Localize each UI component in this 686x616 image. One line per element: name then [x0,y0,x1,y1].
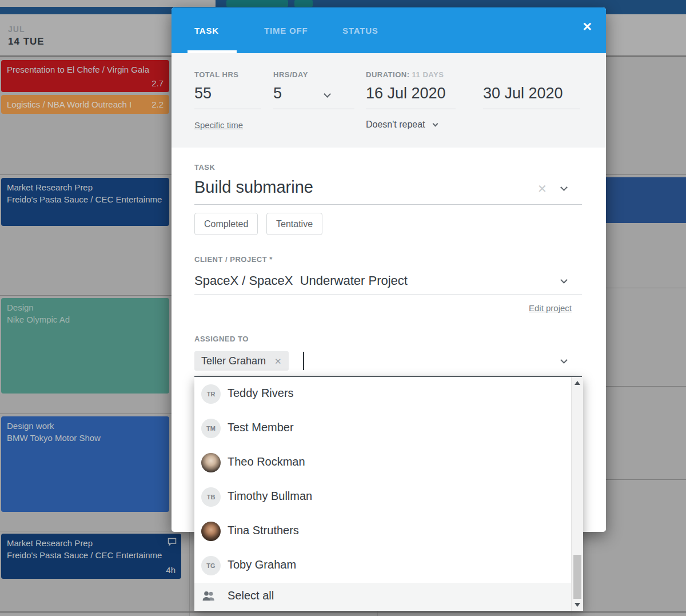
task-block-presentation[interactable]: Presentation to El Chefe / Virgin Gala 2… [1,60,169,92]
chevron-down-icon[interactable] [324,90,331,98]
task-block-title: Logistics / NBA World Outreach I [7,98,163,110]
task-block-hours: 4h [166,564,176,576]
top-task-bar-teal-2[interactable] [294,0,313,7]
chevron-down-icon[interactable] [560,356,568,364]
task-name-input[interactable]: Build submarine [194,178,313,197]
task-block-market-research[interactable]: Market Research Prep Freido's Pasta Sauc… [1,178,169,226]
client-underline [194,295,582,295]
member-option[interactable]: TG Toby Graham [194,549,583,583]
text-caret [303,352,304,370]
end-date-input[interactable]: 30 Jul 2020 [483,85,563,102]
scroll-down-icon[interactable] [575,603,580,607]
dropdown-scrollbar[interactable] [571,377,583,611]
chevron-down-icon [433,121,438,127]
task-block-logistics[interactable]: Logistics / NBA World Outreach I 2.2 [1,95,169,114]
assignee-tag-name: Teller Graham [201,355,266,367]
schedule-app: JUL 14 TUE Presentation to El Chefe / Vi… [0,0,686,616]
tab-task[interactable]: TASK [194,26,219,35]
grid-row-line [0,295,189,296]
chevron-down-icon[interactable] [560,276,568,284]
grid-row-line [0,531,189,531]
client-project-select[interactable]: SpaceX / SpaceX Underwater Project [194,273,408,288]
total-hrs-input[interactable]: 55 [194,85,212,102]
member-option[interactable]: TM Test Member [194,411,583,446]
grid-row-line [606,288,686,288]
task-block-hours: 2.2 [151,98,163,110]
select-all-option[interactable]: Select all [194,583,583,611]
task-block-project: BMW Tokyo Motor Show [7,432,163,444]
assigned-to-label: ASSIGNED TO [194,335,249,343]
start-date-input[interactable]: 16 Jul 2020 [366,85,446,102]
comment-icon [167,538,177,546]
duration-days: 11 DAYS [412,70,444,79]
member-name: Timothy Bullman [228,490,312,503]
top-task-bar-gray[interactable] [0,0,216,7]
tab-time-off[interactable]: TIME OFF [264,26,308,35]
grid-row-line [606,174,686,175]
hrs-day-underline [273,109,354,109]
task-block-design-work[interactable]: Design work BMW Tokyo Motor Show [1,416,169,512]
scroll-up-icon[interactable] [575,381,580,385]
avatar-photo [201,453,221,472]
modal-header: TASK TIME OFF STATUS ✕ [172,7,606,53]
clear-task-icon[interactable]: ✕ [537,182,547,196]
duration-label: DURATION: 11 DAYS [366,70,444,79]
assignee-tag[interactable]: Teller Graham ✕ [194,351,289,371]
task-block-title: Design [7,301,163,313]
hours-section: TOTAL HRS 55 HRS/DAY 5 DURATION: 11 DAYS… [172,53,606,148]
grid-row-line [606,479,686,480]
member-option[interactable]: TR Teddy Rivers [194,377,583,411]
grid-row-line [0,174,189,175]
member-name: Test Member [228,421,294,434]
avatar-photo [201,522,221,541]
member-name: Theo Rockman [228,455,305,468]
member-name: Toby Graham [228,558,296,571]
day-label: 14 TUE [8,36,45,47]
tab-status[interactable]: STATUS [342,26,378,35]
task-block-project: Freido's Pasta Sauce / CEC Entertainme [7,549,176,561]
tentative-button[interactable]: Tentative [266,213,322,235]
member-option[interactable]: Theo Rockman [194,446,583,480]
end-date-underline [483,109,580,109]
total-hrs-label: TOTAL HRS [194,70,238,79]
grid-row-line [606,386,686,387]
start-date-underline [366,109,456,109]
grid-bottom-line [0,611,686,613]
avatar: TB [201,487,221,507]
remove-assignee-icon[interactable]: ✕ [274,356,282,366]
task-block-title: Presentation to El Chefe / Virgin Gala [7,63,163,75]
assignee-dropdown: TR Teddy Rivers TM Test Member Theo Rock… [194,377,583,611]
task-block-market-research-2[interactable]: Market Research Prep Freido's Pasta Sauc… [1,534,181,579]
member-option[interactable]: TB Timothy Bullman [194,480,583,514]
top-task-bar-teal[interactable] [226,0,288,7]
repeat-select[interactable]: Doesn't repeat [366,120,437,130]
close-icon[interactable]: ✕ [582,20,592,34]
month-label: JUL [8,25,25,34]
task-block-hours: 2.7 [151,77,163,89]
select-all-label: Select all [228,589,274,602]
task-block-title: Market Research Prep [7,181,163,193]
member-name: Tina Struthers [228,524,299,537]
task-block-project: Nike Olympic Ad [7,313,163,325]
avatar: TM [201,419,221,438]
edit-project-link[interactable]: Edit project [529,303,572,313]
chevron-down-icon[interactable] [560,184,568,191]
task-block-right[interactable] [606,177,686,223]
avatar: TR [201,384,221,404]
total-hrs-underline [194,109,261,109]
member-option[interactable]: Tina Struthers [194,514,583,549]
specific-time-link[interactable]: Specific time [194,120,243,130]
task-label: TASK [194,163,215,172]
grid-row-line [0,414,189,414]
client-project-label: CLIENT / PROJECT * [194,255,273,264]
people-icon [202,591,216,601]
task-underline [194,204,582,205]
task-block-title: Market Research Prep [7,537,176,549]
member-name: Teddy Rivers [228,387,294,400]
scrollbar-thumb[interactable] [573,555,581,599]
hrs-day-select[interactable]: 5 [273,85,282,102]
completed-button[interactable]: Completed [194,213,258,235]
hrs-day-label: HRS/DAY [273,70,308,79]
task-block-project: Freido's Pasta Sauce / CEC Entertainme [7,193,163,205]
task-block-design[interactable]: Design Nike Olympic Ad [1,298,169,394]
